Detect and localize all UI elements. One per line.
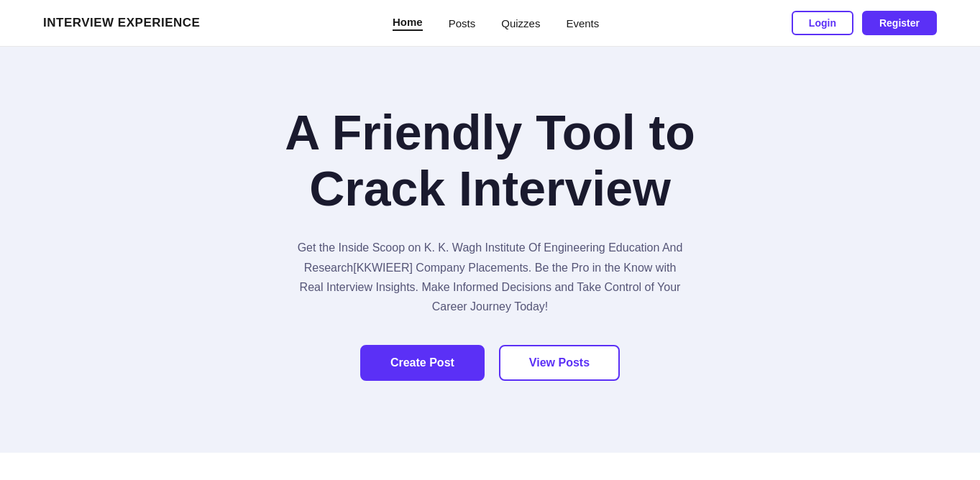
hero-subtitle: Get the Inside Scoop on K. K. Wagh Insti… — [296, 238, 684, 316]
hero-title: A Friendly Tool to Crack Interview — [257, 104, 724, 216]
below-hero-section: Be Prepared for your Next interview with… — [0, 453, 980, 480]
nav-links: Home Posts Quizzes Events — [393, 16, 599, 31]
auth-buttons: Login Register — [792, 11, 937, 35]
nav-events[interactable]: Events — [566, 17, 599, 29]
brand-logo: INTERVIEW EXPERIENCE — [43, 16, 200, 30]
login-button[interactable]: Login — [792, 11, 853, 35]
hero-buttons: Create Post View Posts — [360, 345, 620, 381]
nav-quizzes[interactable]: Quizzes — [501, 17, 540, 29]
nav-home[interactable]: Home — [393, 16, 423, 31]
view-posts-button[interactable]: View Posts — [499, 345, 620, 381]
create-post-button[interactable]: Create Post — [360, 345, 485, 381]
navbar: INTERVIEW EXPERIENCE Home Posts Quizzes … — [0, 0, 980, 47]
nav-posts[interactable]: Posts — [449, 17, 476, 29]
register-button[interactable]: Register — [862, 11, 937, 35]
hero-section: A Friendly Tool to Crack Interview Get t… — [0, 47, 980, 453]
